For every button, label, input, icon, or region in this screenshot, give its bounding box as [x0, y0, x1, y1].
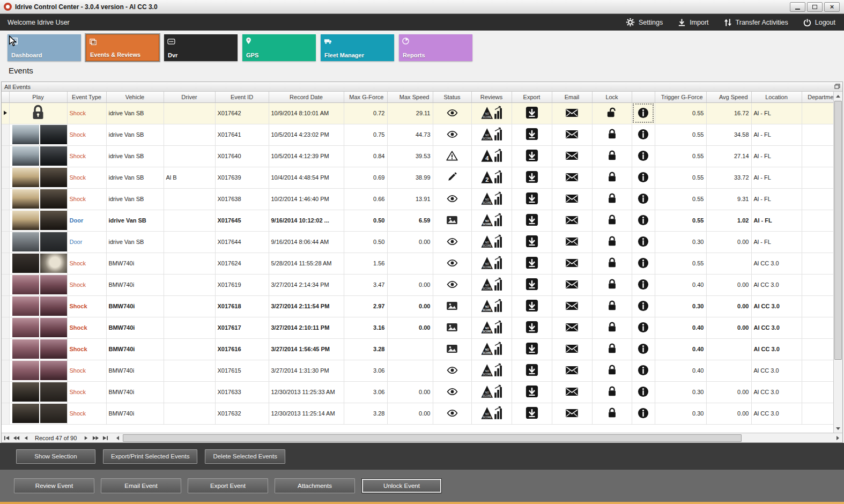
email-icon[interactable]: [552, 124, 592, 145]
event-thumbnail[interactable]: [12, 297, 39, 316]
info-icon[interactable]: [632, 188, 655, 210]
column-header-reviews[interactable]: Reviews: [471, 92, 512, 102]
info-icon[interactable]: [632, 145, 655, 167]
lock-icon[interactable]: [592, 210, 632, 231]
import-action[interactable]: Import: [678, 18, 708, 27]
lock-icon[interactable]: [592, 231, 632, 253]
play-cell[interactable]: [9, 231, 67, 253]
review-event-button[interactable]: Review Event: [14, 478, 94, 493]
lock-icon[interactable]: [592, 360, 632, 381]
event-thumbnail[interactable]: [40, 339, 67, 359]
lock-icon[interactable]: [592, 403, 632, 424]
export-icon[interactable]: [512, 253, 552, 274]
nav-next-page-button[interactable]: [91, 434, 100, 442]
export-icon[interactable]: [512, 102, 552, 124]
attachments-button[interactable]: Attachments: [275, 478, 355, 493]
vertical-scroll-thumb[interactable]: [834, 101, 842, 360]
event-row[interactable]: Dooridrive Van SBX0176459/16/2014 10:12:…: [2, 210, 833, 231]
nav-first-button[interactable]: [2, 434, 11, 442]
event-row[interactable]: Dooridrive Van SBX0176449/16/2014 8:06:4…: [2, 231, 833, 253]
event-thumbnail[interactable]: [12, 382, 39, 402]
info-icon[interactable]: [632, 317, 655, 338]
email-icon[interactable]: [552, 338, 592, 360]
play-cell[interactable]: [9, 360, 67, 381]
reviews-score-icon[interactable]: NOSCORE: [471, 338, 512, 360]
event-thumbnail[interactable]: [40, 146, 67, 166]
play-cell[interactable]: [9, 295, 67, 317]
reviews-score-icon[interactable]: NOSCORE: [471, 102, 512, 124]
reviews-score-icon[interactable]: NOSCORE: [471, 210, 512, 231]
info-icon[interactable]: [632, 102, 655, 124]
event-thumbnail[interactable]: [40, 125, 67, 144]
event-row[interactable]: Shockidrive Van SBX01763810/2/2014 1:46:…: [2, 188, 833, 210]
column-header-department[interactable]: Department: [802, 92, 833, 102]
column-header-status[interactable]: Status: [433, 92, 471, 102]
event-row[interactable]: ShockBMW740iX0176183/27/2014 2:11:54 PM2…: [2, 295, 833, 317]
column-header-lock[interactable]: Lock: [592, 92, 632, 102]
reviews-score-icon[interactable]: NOSCORE: [471, 381, 512, 403]
tab-fleet-manager[interactable]: Fleet Manager: [321, 34, 394, 61]
status-photo-icon[interactable]: [433, 317, 471, 338]
event-thumbnail[interactable]: [40, 189, 67, 209]
export-icon[interactable]: [512, 145, 552, 167]
event-row[interactable]: Shockidrive Van SBAl BX01763910/4/2014 4…: [2, 167, 833, 188]
export-icon[interactable]: [512, 295, 552, 317]
info-icon[interactable]: [632, 360, 655, 381]
column-header-event-type[interactable]: Event Type: [67, 92, 106, 102]
export-icon[interactable]: [512, 231, 552, 253]
status-eye-icon[interactable]: [433, 360, 471, 381]
play-cell[interactable]: [9, 124, 67, 145]
event-thumbnail[interactable]: [40, 254, 67, 273]
export-icon[interactable]: [512, 360, 552, 381]
export-icon[interactable]: [512, 210, 552, 231]
play-cell[interactable]: [9, 253, 67, 274]
delete-selected-events-button[interactable]: Delete Selected Events: [205, 449, 285, 464]
event-row[interactable]: ShockBMW740iX0176245/28/2014 11:55:28 AM…: [2, 253, 833, 274]
status-eye-icon[interactable]: [433, 124, 471, 145]
email-icon[interactable]: [552, 403, 592, 424]
column-header-event-id[interactable]: Event ID: [215, 92, 269, 102]
event-thumbnail[interactable]: [12, 404, 39, 423]
info-icon[interactable]: [632, 403, 655, 424]
reviews-score-icon[interactable]: 4: [471, 145, 512, 167]
status-photo-icon[interactable]: [433, 295, 471, 317]
column-header-max-speed[interactable]: Max Speed: [387, 92, 433, 102]
export-event-button[interactable]: Export Event: [188, 478, 268, 493]
play-cell[interactable]: [9, 274, 67, 295]
export-icon[interactable]: [512, 338, 552, 360]
email-icon[interactable]: [552, 360, 592, 381]
status-eye-icon[interactable]: [433, 274, 471, 295]
export-icon[interactable]: [512, 403, 552, 424]
play-cell[interactable]: [9, 338, 67, 360]
column-header-driver[interactable]: Driver: [164, 92, 215, 102]
column-header-blank[interactable]: [632, 92, 655, 102]
status-photo-icon[interactable]: [433, 338, 471, 360]
status-warning-icon[interactable]: [433, 145, 471, 167]
settings-action[interactable]: Settings: [626, 18, 663, 27]
info-icon[interactable]: [632, 274, 655, 295]
minimize-button[interactable]: [790, 2, 805, 12]
play-cell[interactable]: [9, 210, 67, 231]
tab-reports[interactable]: Reports: [399, 34, 472, 61]
scroll-left-icon[interactable]: [113, 434, 122, 442]
info-icon[interactable]: [632, 381, 655, 403]
export-icon[interactable]: [512, 317, 552, 338]
event-thumbnail[interactable]: [40, 382, 67, 402]
email-icon[interactable]: [552, 253, 592, 274]
scroll-down-icon[interactable]: [834, 424, 842, 433]
email-icon[interactable]: [552, 274, 592, 295]
play-cell[interactable]: [9, 145, 67, 167]
column-header-vehicle[interactable]: Vehicle: [106, 92, 164, 102]
scroll-right-icon[interactable]: [833, 434, 842, 442]
play-cell[interactable]: [9, 317, 67, 338]
close-button[interactable]: ×: [824, 2, 840, 12]
event-row[interactable]: ShockBMW740iX0176193/27/2014 2:14:34 PM3…: [2, 274, 833, 295]
column-header-email[interactable]: Email: [552, 92, 592, 102]
maximize-button[interactable]: [807, 2, 823, 12]
vertical-scrollbar[interactable]: [833, 92, 842, 433]
email-icon[interactable]: [552, 102, 592, 124]
email-icon[interactable]: [552, 145, 592, 167]
status-eye-icon[interactable]: [433, 403, 471, 424]
column-header-export[interactable]: Export: [512, 92, 552, 102]
event-thumbnail[interactable]: [40, 275, 67, 294]
